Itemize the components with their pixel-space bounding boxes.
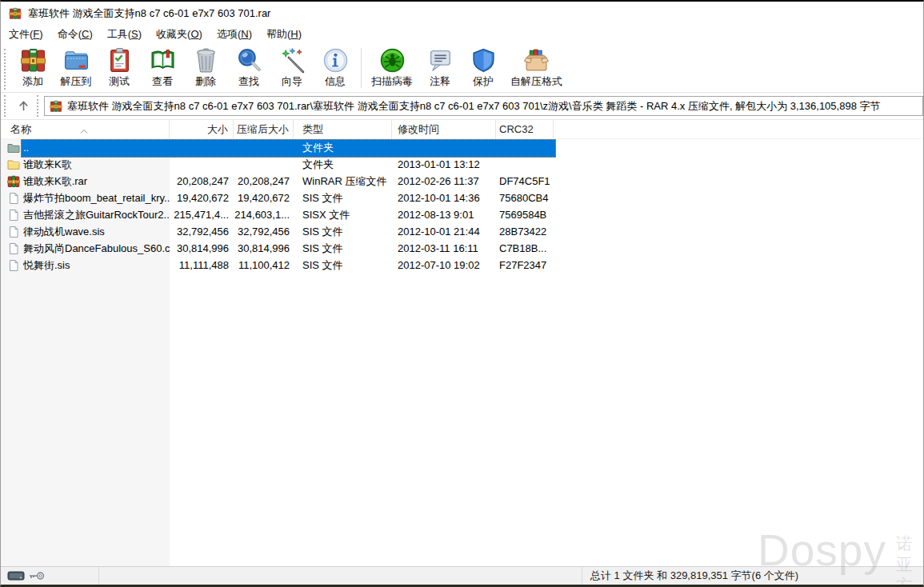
file-icon-cell xyxy=(1,240,23,257)
cell-modified: 2012-02-26 11:37 xyxy=(392,173,496,190)
toolbar-button-scan-virus[interactable]: 扫描病毒 xyxy=(366,46,418,90)
toolbar-button-sfx[interactable]: 自解压格式 xyxy=(505,46,568,90)
column-header-label: 类型 xyxy=(302,123,323,135)
file-row[interactable]: 吉他摇滚之旅GuitarRockTour2....215,471,4...214… xyxy=(1,206,923,223)
cell-name: 律动战机wave.sis xyxy=(23,223,170,240)
menu-item-label: 收藏夹( xyxy=(156,28,190,40)
cell-modified: 2013-01-01 13:12 xyxy=(392,156,496,173)
file-row[interactable]: 舞动风尚DanceFabulous_S60.c...30,814,99630,8… xyxy=(1,240,923,257)
toolbar-button-add[interactable]: 添加 xyxy=(11,46,54,90)
cell-type: 文件夹 xyxy=(294,139,392,156)
file-icon-cell xyxy=(1,257,23,274)
toolbar-drag-handle[interactable] xyxy=(4,49,9,90)
menu-item-label: S xyxy=(131,28,138,40)
cell-modified xyxy=(392,139,496,156)
column-header-label: 大小 xyxy=(207,123,228,135)
menu-item-label: 选项( xyxy=(217,28,241,40)
cell-size: 30,814,996 xyxy=(170,240,234,257)
menu-item-label: 帮助( xyxy=(266,28,290,40)
menu-item-tools[interactable]: 工具(S) xyxy=(100,26,149,43)
winrar-logo-icon xyxy=(50,100,62,113)
file-icon-cell xyxy=(1,173,23,190)
toolbar-button-protect[interactable]: 保护 xyxy=(462,46,505,90)
toolbar-button-label: 解压到 xyxy=(61,74,92,89)
cell-name: 吉他摇滚之旅GuitarRockTour2.... xyxy=(23,206,170,223)
sis-file-icon xyxy=(7,192,20,205)
cell-type: SISX 文件 xyxy=(294,206,392,223)
cell-modified: 2012-07-10 19:02 xyxy=(392,257,496,274)
cell-crc: C7B18B... xyxy=(496,240,554,257)
test-clipboard-icon xyxy=(106,47,133,74)
toolbar-button-label: 自解压格式 xyxy=(510,74,562,89)
column-header-size[interactable]: 大小 xyxy=(170,120,234,138)
cell-packed: 32,792,456 xyxy=(234,223,294,240)
cell-type: WinRAR 压缩文件 xyxy=(294,173,392,190)
sis-file-icon xyxy=(7,242,20,255)
cell-type: SIS 文件 xyxy=(294,223,392,240)
toolbar-button-label: 扫描病毒 xyxy=(371,74,413,89)
cell-modified: 2012-03-11 16:11 xyxy=(392,240,496,257)
cell-type: SIS 文件 xyxy=(294,257,392,274)
toolbar-button-label: 删除 xyxy=(195,74,216,89)
toolbar-button-label: 向导 xyxy=(282,74,302,89)
menu-item-favorites[interactable]: 收藏夹(O) xyxy=(149,26,210,43)
cell-crc: F27F2347 xyxy=(496,257,554,274)
disk-drive-icon[interactable] xyxy=(7,570,25,581)
cell-name: 舞动风尚DanceFabulous_S60.c... xyxy=(23,240,170,257)
path-field-drag-handle[interactable] xyxy=(37,95,42,117)
toolbar-button-view[interactable]: 查看 xyxy=(141,46,184,90)
column-header-packed[interactable]: 压缩后大小 xyxy=(234,120,294,138)
column-header-label: 压缩后大小 xyxy=(237,123,289,135)
menu-bar: 文件(F)命令(C)工具(S)收藏夹(O)选项(N)帮助(H) xyxy=(1,26,923,43)
winrar-books-icon xyxy=(20,47,46,74)
window-title: 塞班软件 游戏全面支持n8 c7 c6-01 e7x7 603 701.rar xyxy=(28,6,270,21)
key-icon[interactable] xyxy=(28,570,46,581)
menu-item-commands[interactable]: 命令(C) xyxy=(50,26,100,43)
menu-item-help[interactable]: 帮助(H) xyxy=(259,26,309,43)
cell-packed: 214,603,1... xyxy=(234,206,294,223)
file-row[interactable]: 谁敢来K歌文件夹2013-01-01 13:12 xyxy=(1,156,923,173)
cell-packed: 20,208,247 xyxy=(234,173,294,190)
title-bar: 塞班软件 游戏全面支持n8 c7 c6-01 e7x7 603 701.rar xyxy=(1,2,923,26)
toolbar-button-info[interactable]: 信息 xyxy=(314,46,357,90)
toolbar-button-label: 保护 xyxy=(473,74,494,89)
column-header-name[interactable]: 名称 xyxy=(1,120,170,138)
cell-name: 谁敢来K歌.rar xyxy=(23,173,170,190)
address-bar: 塞班软件 游戏全面支持n8 c7 c6-01 e7x7 603 701.rar\… xyxy=(1,93,923,120)
file-row[interactable]: 爆炸节拍boom_beat_retail_kry...19,420,67219,… xyxy=(1,190,923,206)
column-header-modified[interactable]: 修改时间 xyxy=(392,120,496,138)
menu-item-label: N xyxy=(241,28,248,40)
file-row[interactable]: 律动战机wave.sis32,792,45632,792,456SIS 文件20… xyxy=(1,223,923,240)
menu-item-label: ) xyxy=(199,28,202,40)
menu-item-file[interactable]: 文件(F) xyxy=(2,26,50,43)
cell-packed: 19,420,672 xyxy=(234,190,294,206)
menu-item-label: 命令( xyxy=(58,28,82,40)
toolbar-button-wizard[interactable]: 向导 xyxy=(270,46,314,90)
address-bar-drag-handle[interactable] xyxy=(4,95,9,117)
cell-size: 20,208,247 xyxy=(170,173,234,190)
cell-name: 悦舞街.sis xyxy=(23,257,170,274)
toolbar-button-extract-to[interactable]: 解压到 xyxy=(54,46,98,90)
archive-path-field[interactable]: 塞班软件 游戏全面支持n8 c7 c6-01 e7x7 603 701.rar\… xyxy=(44,96,923,116)
menu-item-label: ) xyxy=(39,28,42,40)
toolbar-button-delete[interactable]: 删除 xyxy=(184,46,227,90)
column-header: 名称大小压缩后大小类型修改时间CRC32 xyxy=(1,120,923,139)
column-header-crc[interactable]: CRC32 xyxy=(496,120,554,138)
up-one-level-button[interactable] xyxy=(11,96,35,117)
file-row[interactable]: 悦舞街.sis11,111,48811,100,412SIS 文件2012-07… xyxy=(1,257,923,274)
column-header-type[interactable]: 类型 xyxy=(294,120,392,138)
cell-size: 215,471,4... xyxy=(170,206,234,223)
toolbar-button-find[interactable]: 查找 xyxy=(227,46,270,90)
toolbar-button-comment[interactable]: 注释 xyxy=(418,46,462,90)
toolbar-button-test[interactable]: 测试 xyxy=(98,46,141,90)
file-row[interactable]: ..文件夹 xyxy=(1,139,923,156)
up-folder-icon xyxy=(7,142,20,154)
cell-crc xyxy=(496,139,554,156)
toolbar: 添加解压到测试查看删除查找向导信息扫描病毒注释保护自解压格式 xyxy=(1,43,923,93)
toolbar-button-label: 测试 xyxy=(109,74,130,89)
file-row[interactable]: 谁敢来K歌.rar20,208,24720,208,247WinRAR 压缩文件… xyxy=(1,173,923,190)
column-header-label: 名称 xyxy=(10,123,31,135)
menu-item-label: ) xyxy=(249,28,252,40)
file-icon-cell xyxy=(1,156,23,173)
menu-item-options[interactable]: 选项(N) xyxy=(210,26,259,43)
